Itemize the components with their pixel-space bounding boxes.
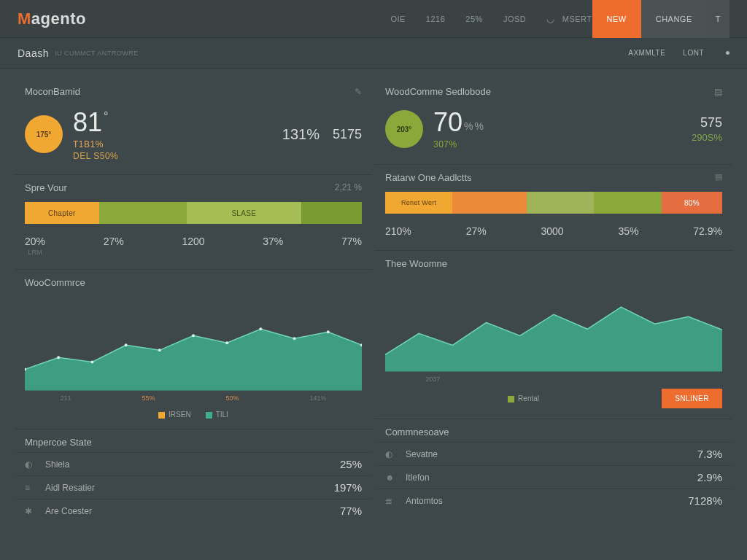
list-item[interactable]: ≡Aidl Resatier197% [15, 475, 372, 499]
kpi-sub2: DEL S50% [73, 151, 118, 161]
logo-m: M [18, 9, 31, 28]
kpi-sub1: T1B1% [73, 139, 118, 149]
num-val: 210% [385, 225, 411, 237]
num-val: 27% [104, 236, 124, 247]
svg-point-2 [90, 360, 93, 363]
nav-item[interactable]: OIE [390, 15, 405, 23]
right-column: WoodComme Sedlobode▤ 203° 70%% 307% 5752… [375, 77, 732, 525]
svg-point-9 [327, 330, 330, 333]
card-icon[interactable]: ▤ [715, 172, 722, 183]
chart-title: WooCommrce [25, 277, 85, 288]
list-item[interactable]: ✱Are Coester77% [15, 499, 372, 522]
num-lbl: LRM [25, 249, 45, 256]
area-chart [25, 295, 362, 390]
bar-panel-right: Ratarw One Aadlctts▤ Renet Wert 80% 210%… [375, 164, 732, 247]
row-icon: ☻ [385, 472, 398, 483]
num-val: 3000 [541, 225, 563, 237]
page-subtitle: IU CUMMCT ANTROWRE [55, 50, 139, 57]
bar-seg[interactable]: Chapter [25, 202, 99, 224]
row-icon: ◐ [25, 459, 38, 470]
nav-item[interactable]: 1216 [426, 15, 445, 23]
topbar: Magento OIE 1216 25% JOSD ◡ MSERT NEW CH… [0, 0, 747, 38]
legend-label: IRSEN [169, 411, 191, 419]
num-val: 37% [263, 236, 283, 247]
card-icon[interactable]: ▤ [714, 87, 722, 97]
num-row: 20%LRM 27% 1200 37% 77% [15, 231, 372, 266]
edit-icon[interactable]: ✎ [355, 87, 362, 97]
action-button[interactable]: SNLINER [662, 389, 722, 408]
cup-icon: ◡ [546, 13, 555, 24]
list-item[interactable]: ◐Sevatne7.3% [375, 442, 732, 465]
bar-seg[interactable]: Renet Wert [385, 192, 452, 214]
list-panel-right: Commnesoave ◐Sevatne7.3% ☻Itlefon2.9% ≣A… [375, 419, 732, 512]
stacked-bar: Renet Wert 80% [385, 192, 722, 214]
list-title: Mnpercoe State [25, 437, 92, 448]
kpi-value: 81° [73, 107, 118, 138]
bar-seg[interactable]: 80% [662, 192, 722, 214]
t-button[interactable]: T [707, 0, 729, 38]
num-val: 35% [618, 225, 638, 237]
dot-icon [726, 51, 729, 55]
kpi-circle: 175° [25, 115, 63, 153]
kpi-panel-right: WoodComme Sedlobode▤ 203° 70%% 307% 5752… [375, 77, 732, 161]
legend-label: TILI [216, 411, 228, 419]
svg-point-1 [57, 356, 60, 359]
nav-item[interactable]: 25% [465, 15, 483, 23]
chart-title: Thee Woomne [385, 258, 447, 269]
chart-panel-left: WooCommrce 21155%50%141% IRSEN TILI [15, 269, 372, 426]
kpi-right: 575290S% [692, 115, 722, 143]
list-title: Commnesoave [385, 427, 449, 438]
legend-label: Rental [518, 394, 539, 402]
row-icon: ✱ [25, 506, 38, 516]
kpi-value: 70%% [433, 107, 484, 138]
panel-title: WoodComme Sedlobode [385, 86, 491, 97]
subbar-right: AXMMLTE LONT [628, 49, 729, 57]
bar-seg[interactable]: SLASE [187, 202, 301, 224]
svg-point-6 [225, 341, 228, 344]
bar-panel-left: Spre Vour2,21 % Chapter SLASE 20%LRM 27%… [15, 174, 372, 266]
top-nav: OIE 1216 25% JOSD ◡ MSERT [390, 13, 592, 24]
list-item[interactable]: ☻Itlefon2.9% [375, 465, 732, 489]
svg-point-3 [125, 343, 128, 346]
logo-rest: agento [31, 9, 86, 28]
section-value: 2,21 % [335, 182, 362, 193]
bar-seg[interactable] [301, 202, 362, 224]
logo[interactable]: Magento [18, 9, 86, 28]
svg-point-5 [192, 334, 195, 337]
kpi-circle: 203° [385, 110, 423, 148]
area-chart [385, 276, 722, 371]
svg-point-7 [259, 327, 262, 330]
subbar-link[interactable]: AXMMLTE [628, 49, 665, 57]
list-item[interactable]: ≣Antomtos7128% [375, 489, 732, 512]
page-title: Daash [18, 47, 49, 59]
num-val: 27% [466, 225, 487, 237]
row-icon: ≣ [385, 496, 398, 506]
new-button[interactable]: NEW [592, 0, 641, 38]
bar-seg[interactable] [527, 192, 594, 214]
bar-seg[interactable] [594, 192, 661, 214]
kpi-right: 5175 [333, 127, 362, 142]
chart-legend: IRSEN TILI [15, 408, 372, 426]
kpi-sub1: 307% [433, 139, 484, 149]
row-icon: ◐ [385, 449, 398, 459]
x-labels: 2037 [375, 376, 732, 383]
row-icon: ≡ [25, 483, 38, 493]
list-item[interactable]: ◐Shiela25% [15, 452, 372, 475]
list-panel-left: Mnpercoe State ◐Shiela25% ≡Aidl Resatier… [15, 429, 372, 522]
panel-title: MoconBamid [25, 86, 80, 97]
num-val: 1200 [182, 236, 204, 247]
num-row: 210% 27% 3000 35% 72.9% [375, 221, 732, 247]
kpi-panel-left: MoconBamid✎ 175° 81° T1B1%DEL S50% 131% … [15, 77, 372, 171]
subbar-link[interactable]: LONT [683, 49, 704, 57]
left-column: MoconBamid✎ 175° 81° T1B1%DEL S50% 131% … [15, 77, 372, 525]
stacked-bar: Chapter SLASE [25, 202, 362, 224]
change-button[interactable]: CHANGE [641, 0, 707, 38]
nav-item[interactable]: JOSD [503, 15, 526, 23]
bar-seg[interactable] [99, 202, 187, 224]
app-root: Magento OIE 1216 25% JOSD ◡ MSERT NEW CH… [0, 0, 747, 560]
bar-seg[interactable] [452, 192, 527, 214]
subbar: Daash IU CUMMCT ANTROWRE AXMMLTE LONT [0, 38, 747, 69]
svg-point-8 [293, 337, 296, 340]
nav-item[interactable]: MSERT [562, 15, 592, 23]
main: MoconBamid✎ 175° 81° T1B1%DEL S50% 131% … [0, 69, 747, 534]
